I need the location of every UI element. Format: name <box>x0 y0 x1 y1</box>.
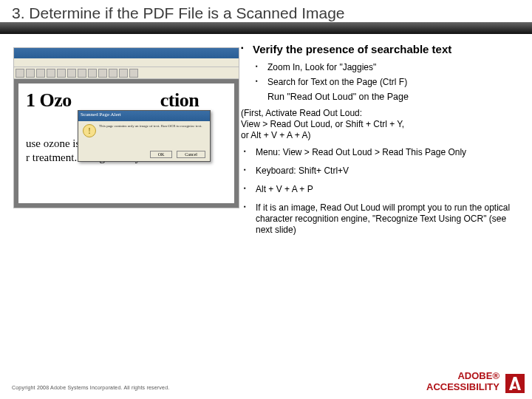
right-column: Verify the presence of searchable text Z… <box>236 43 532 368</box>
sub-bullet-list: Zoom In, Look for "Jaggies" Search for T… <box>253 62 520 87</box>
left-column: 1 Ozoction use ozone is an unstable mole… <box>0 43 236 368</box>
copyright-text: Copyright 2008 Adobe Systems Incorporate… <box>12 385 169 390</box>
warning-icon: ! <box>83 124 96 137</box>
ok-button[interactable]: OK <box>150 151 173 158</box>
page-heading-prefix: 1 Ozo <box>26 89 72 111</box>
embedded-screenshot: 1 Ozoction use ozone is an unstable mole… <box>13 47 239 208</box>
sub2-bullet-text: Alt + V + A + P <box>256 184 313 194</box>
sub-bullet: Search for Text on the Page (Ctrl F) <box>253 77 520 87</box>
lead-bullet-text: Verify the presence of searchable text <box>253 43 520 56</box>
sub2-bullet: Menu: View > Read Out Loud > Read This P… <box>241 147 520 158</box>
title-gradient-bar <box>0 22 532 34</box>
dialog-text: This page contains only an image of text… <box>99 124 202 137</box>
app-titlebar <box>14 48 239 58</box>
sub-bullet-text: Zoom In, Look for "Jaggies" <box>267 62 376 72</box>
sub2-bullet: If it is an image, Read Out Loud will pr… <box>241 202 520 236</box>
alert-dialog: Scanned Page Alert ! This page contains … <box>78 110 211 162</box>
page-heading-suffix: ction <box>160 89 199 111</box>
document-page: 1 Ozoction use ozone is an unstable mole… <box>18 83 234 203</box>
sub2-bullet-text: Menu: View > Read Out Loud > Read This P… <box>256 147 466 157</box>
dialog-buttons: OK Cancel <box>150 151 205 158</box>
content-area: 1 Ozoction use ozone is an unstable mole… <box>0 43 532 368</box>
brand-line1: ADOBE® <box>426 371 499 382</box>
app-toolbar <box>14 67 239 79</box>
sub2-bullet: Alt + V + A + P <box>241 184 520 195</box>
sub2-bullet: Keyboard: Shift+ Ctrl+V <box>241 166 520 177</box>
page-heading: 1 Ozoction <box>26 89 227 112</box>
document-viewport: 1 Ozoction use ozone is an unstable mole… <box>14 79 239 208</box>
main-bullet-list: Verify the presence of searchable text Z… <box>241 43 520 87</box>
dialog-titlebar: Scanned Page Alert <box>78 111 210 121</box>
brand-line2: ACCESSIBILITY <box>426 382 499 393</box>
app-menubar <box>14 58 239 67</box>
sub-bullet: Zoom In, Look for "Jaggies" <box>253 62 520 72</box>
sub2-bullet-text: Keyboard: Shift+ Ctrl+V <box>256 166 349 176</box>
slide: 3. Determine if the PDF File is a Scanne… <box>0 0 532 399</box>
footer: Copyright 2008 Adobe Systems Incorporate… <box>0 369 532 399</box>
dialog-body: ! This page contains only an image of te… <box>78 121 210 140</box>
sub-bullet-text: Search for Text on the Page (Ctrl F) <box>267 77 407 87</box>
cancel-button[interactable]: Cancel <box>177 151 205 158</box>
parenthetical-note: (First, Activate Read Out Loud: View > R… <box>241 108 520 141</box>
brand-text: ADOBE® ACCESSIBILITY <box>426 371 499 393</box>
slide-title: 3. Determine if the PDF File is a Scanne… <box>12 4 345 22</box>
orphan-line: Run "Read Out Loud" on the Page <box>267 92 520 102</box>
adobe-logo-icon <box>505 374 525 393</box>
lead-bullet: Verify the presence of searchable text Z… <box>241 43 520 87</box>
sub2-bullet-text: If it is an image, Read Out Loud will pr… <box>256 202 510 235</box>
second-sub-list: Menu: View > Read Out Loud > Read This P… <box>241 147 520 236</box>
